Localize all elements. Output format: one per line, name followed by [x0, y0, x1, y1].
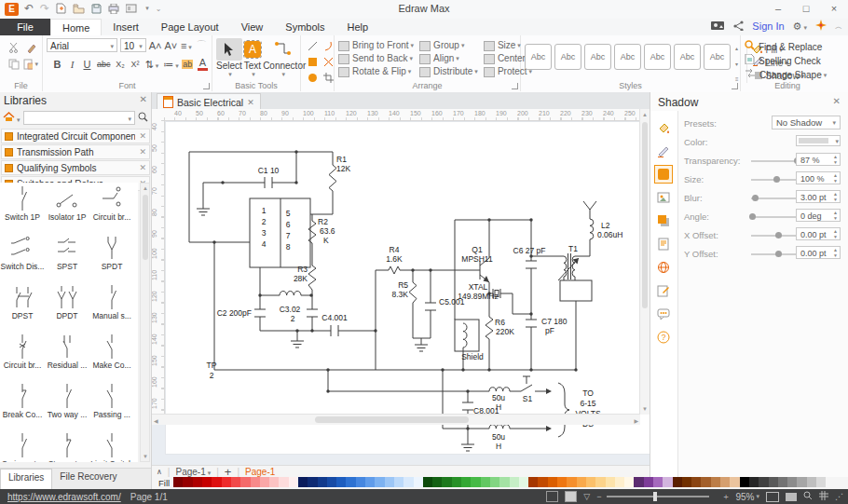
color-swatch[interactable]	[423, 477, 432, 487]
color-swatch[interactable]	[499, 477, 509, 487]
strikethrough-button[interactable]: abc	[97, 60, 111, 69]
color-swatch[interactable]	[394, 477, 403, 487]
freehand-tool-icon[interactable]	[321, 55, 335, 69]
library-close-icon[interactable]: ✕	[139, 163, 146, 172]
color-swatch[interactable]	[365, 477, 375, 487]
color-swatch[interactable]	[298, 477, 308, 487]
color-swatch[interactable]	[615, 477, 624, 487]
color-swatch[interactable]	[807, 477, 816, 487]
library-close-icon[interactable]: ✕	[139, 131, 146, 141]
color-swatch[interactable]	[653, 477, 663, 487]
sign-in-link[interactable]: Sign In	[752, 20, 784, 32]
color-swatch[interactable]	[548, 477, 557, 487]
symbol-spst[interactable]: SPST	[45, 232, 89, 281]
fullscreen-icon[interactable]	[786, 493, 797, 501]
search-icon[interactable]	[138, 112, 148, 124]
color-swatch[interactable]	[749, 477, 759, 487]
color-swatch[interactable]	[403, 477, 413, 487]
close-button[interactable]: ×	[820, 0, 848, 18]
color-swatch[interactable]	[682, 477, 691, 487]
font-color-button[interactable]: A	[198, 58, 208, 71]
zoom-slider[interactable]	[607, 496, 709, 497]
color-swatch[interactable]	[481, 477, 490, 487]
color-swatch[interactable]	[375, 477, 384, 487]
style-preset-1[interactable]: Abc	[525, 44, 552, 70]
collapse-pagebar-icon[interactable]: ∧	[157, 468, 162, 476]
fit-page-icon[interactable]	[766, 492, 779, 502]
maximize-button[interactable]: □	[792, 0, 820, 18]
color-swatch[interactable]	[816, 477, 826, 487]
shadow-value-input[interactable]: 0.00 pt▲▼	[796, 246, 841, 259]
shadow-slider-thumb[interactable]	[773, 176, 780, 183]
color-swatch[interactable]	[691, 477, 701, 487]
color-swatch[interactable]	[308, 477, 317, 487]
zoom-caret-icon[interactable]: ▾	[756, 493, 759, 500]
zoom-in-icon[interactable]: ＋	[721, 491, 730, 503]
italic-button[interactable]: I	[67, 59, 77, 70]
share-icon[interactable]	[733, 20, 744, 33]
color-swatch[interactable]	[634, 477, 643, 487]
color-swatch[interactable]	[356, 477, 365, 487]
decrease-font-icon[interactable]: A˅	[164, 40, 177, 51]
text-align-icon[interactable]: ≡▾	[180, 40, 192, 51]
color-swatch[interactable]	[510, 477, 519, 487]
shadow-value-input[interactable]: 3.00 pt▲▼	[796, 190, 841, 203]
symbol-spdt[interactable]: SPDT	[89, 232, 134, 281]
color-swatch[interactable]	[797, 477, 806, 487]
resize-grip[interactable]: ⋰	[835, 492, 844, 501]
shadow-value-input[interactable]: 0.00 pt▲▼	[796, 227, 841, 240]
color-swatch[interactable]	[663, 477, 672, 487]
color-swatch[interactable]	[461, 477, 471, 487]
symbol-switch-dis-[interactable]: Switch Dis...	[0, 232, 45, 281]
style-gallery-scroll[interactable]: ▴▾≡	[733, 44, 741, 83]
color-swatch[interactable]	[251, 477, 260, 487]
document-tab-close-icon[interactable]: ✕	[247, 98, 254, 107]
color-swatch[interactable]	[346, 477, 355, 487]
color-swatch[interactable]	[673, 477, 682, 487]
style-preset-6[interactable]: Abc	[674, 44, 701, 70]
symbol-dpst[interactable]: DPST	[0, 281, 45, 331]
color-swatch[interactable]	[289, 477, 298, 487]
color-swatch[interactable]	[538, 477, 547, 487]
tab-file-recovery[interactable]: File Recovery	[52, 469, 124, 489]
symbol-isolator-1p[interactable]: Isolator 1P	[45, 183, 89, 232]
comment-icon[interactable]	[654, 305, 673, 323]
shadow-slider-thumb[interactable]	[775, 232, 782, 238]
color-swatch[interactable]	[452, 477, 461, 487]
color-swatch[interactable]	[557, 477, 567, 487]
zoom-out-icon[interactable]: −	[596, 492, 601, 501]
image-format-icon[interactable]	[654, 188, 673, 207]
page-selector[interactable]: Page-1▾	[175, 467, 211, 477]
color-swatch[interactable]	[318, 477, 327, 487]
select-tool-button[interactable]: Select▾	[216, 38, 242, 78]
settings-gear-icon[interactable]: ⚙▾	[793, 20, 807, 33]
arrange-item-group[interactable]: Group▾	[419, 39, 478, 52]
canvas-vertical-scrollbar[interactable]: ▲ ▼	[639, 109, 650, 415]
color-swatch[interactable]	[769, 477, 778, 487]
menu-tab-insert[interactable]: Insert	[102, 19, 150, 37]
color-swatch[interactable]	[193, 477, 202, 487]
symbol-limit-switch[interactable]: Limit Switch	[89, 429, 134, 462]
font-size-select[interactable]: 10▾	[120, 38, 146, 52]
color-format-icon[interactable]	[654, 165, 673, 184]
menu-tab-page-layout[interactable]: Page Layout	[150, 19, 230, 37]
line-tool-icon[interactable]	[305, 39, 320, 53]
paste-icon[interactable]: ▾	[23, 57, 38, 71]
color-swatch[interactable]	[202, 477, 212, 487]
style-preset-7[interactable]: Abc	[704, 44, 731, 70]
document-tab[interactable]: Basic Electrical ✕	[157, 93, 261, 110]
color-swatch[interactable]	[759, 477, 768, 487]
shadow-value-input[interactable]: 100 %▲▼	[796, 171, 841, 184]
library-close-icon[interactable]: ✕	[139, 147, 146, 157]
bold-button[interactable]: B	[52, 59, 62, 70]
symbol-circuit-br-[interactable]: Circuit br...	[89, 183, 134, 232]
grid-icon[interactable]	[819, 491, 828, 502]
connector-tool-button[interactable]: Connector▾	[263, 38, 302, 78]
text-tool-button[interactable]: A Text▾	[244, 38, 261, 78]
color-swatch[interactable]	[336, 477, 346, 487]
color-swatch[interactable]	[222, 477, 231, 487]
color-swatch[interactable]	[183, 477, 192, 487]
circuit-diagram[interactable]: C1 10R112K12345678R263.6KR328KC2 200pFC3…	[163, 116, 648, 456]
note-edit-icon[interactable]	[654, 281, 673, 300]
color-swatch[interactable]	[231, 477, 240, 487]
